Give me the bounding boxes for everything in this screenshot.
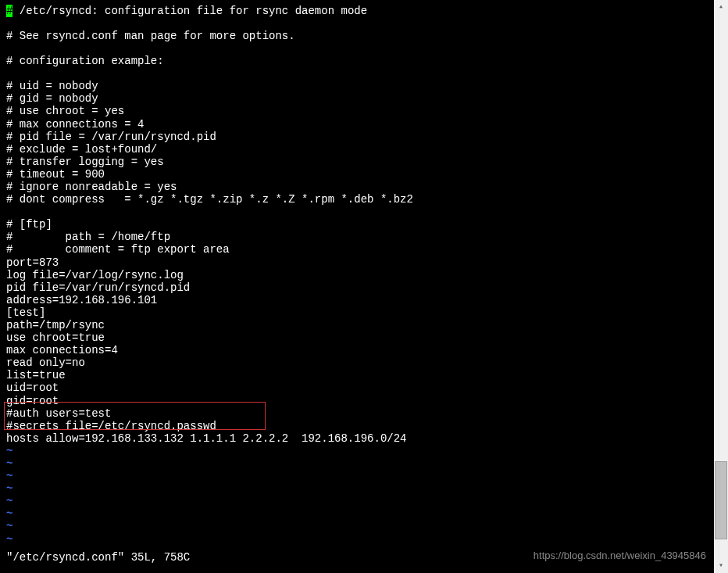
scroll-down-arrow[interactable]: ▾ xyxy=(714,559,728,573)
file-line xyxy=(6,206,706,218)
vim-tilde: ~ xyxy=(6,482,706,495)
file-line: address=192.168.196.101 xyxy=(6,294,706,306)
scroll-up-arrow[interactable]: ▴ xyxy=(714,0,728,14)
scrollbar[interactable]: ▴ ▾ xyxy=(714,0,728,573)
vim-tilde: ~ xyxy=(6,457,706,470)
file-line: # transfer logging = yes xyxy=(6,156,706,168)
file-line: use chroot=true xyxy=(6,331,706,344)
file-line: # ignore nonreadable = yes xyxy=(6,181,706,193)
vim-tilde: ~ xyxy=(6,470,706,482)
file-line: # dont compress = *.gz *.tgz *.zip *.z *… xyxy=(6,193,706,206)
vim-tilde: ~ xyxy=(6,495,706,507)
file-line: hosts allow=192.168.133.132 1.1.1.1 2.2.… xyxy=(6,432,706,445)
file-line xyxy=(6,67,706,80)
vim-tilde: ~ xyxy=(6,520,706,532)
file-line: gid=root xyxy=(6,395,706,407)
file-line: # /etc/rsyncd: configuration file for rs… xyxy=(6,5,706,17)
vim-tilde: ~ xyxy=(6,445,706,457)
file-line: pid file=/var/run/rsyncd.pid xyxy=(6,281,706,294)
file-line: uid=root xyxy=(6,381,706,394)
file-line: # comment = ftp export area xyxy=(6,243,706,256)
file-content: # /etc/rsyncd: configuration file for rs… xyxy=(6,5,706,445)
file-line: # uid = nobody xyxy=(6,80,706,92)
file-line: #auth users=test xyxy=(6,407,706,420)
file-line: read only=no xyxy=(6,356,706,369)
vim-status-line: "/etc/rsyncd.conf" 35L, 758C xyxy=(6,551,190,564)
file-line: # [ftp] xyxy=(6,218,706,231)
empty-lines: ~~~~~~~~ xyxy=(6,445,706,546)
file-line: log file=/var/log/rsync.log xyxy=(6,269,706,281)
scrollbar-thumb[interactable] xyxy=(715,461,727,539)
file-line: # path = /home/ftp xyxy=(6,231,706,243)
vim-tilde: ~ xyxy=(6,533,706,546)
file-line: # See rsyncd.conf man page for more opti… xyxy=(6,30,706,42)
file-line: port=873 xyxy=(6,256,706,269)
file-line: list=true xyxy=(6,369,706,381)
file-line: #secrets file=/etc/rsyncd.passwd xyxy=(6,420,706,432)
file-line: # timeout = 900 xyxy=(6,168,706,181)
file-line: # pid file = /var/run/rsyncd.pid xyxy=(6,131,706,143)
file-line xyxy=(6,42,706,55)
file-line: # configuration example: xyxy=(6,55,706,67)
watermark-text: https://blog.csdn.net/weixin_43945846 xyxy=(534,550,706,562)
file-line: # exclude = lost+found/ xyxy=(6,143,706,156)
vim-tilde: ~ xyxy=(6,507,706,520)
file-line xyxy=(6,17,706,30)
terminal-editor[interactable]: # /etc/rsyncd: configuration file for rs… xyxy=(0,0,712,573)
file-line: max connections=4 xyxy=(6,344,706,356)
file-line: # use chroot = yes xyxy=(6,105,706,117)
file-line: path=/tmp/rsync xyxy=(6,319,706,331)
file-line: # max connections = 4 xyxy=(6,118,706,131)
file-line: [test] xyxy=(6,306,706,319)
file-line: # gid = nobody xyxy=(6,92,706,105)
